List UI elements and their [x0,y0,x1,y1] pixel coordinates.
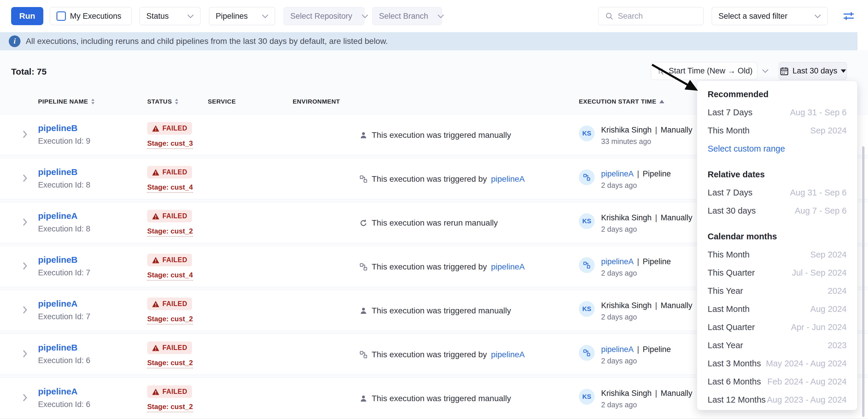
date-range-option[interactable]: This Month Sep 2024 [697,246,857,264]
failed-stage-link[interactable]: Stage: cust_2 [147,315,193,324]
header-pipeline-name[interactable]: PIPELINE NAME [38,98,95,105]
avatar: KS [579,301,595,317]
execution-id: Execution Id: 8 [38,224,90,233]
date-range-option[interactable]: Last 3 Months May 2024 - Aug 2024 [697,354,857,373]
date-range-option[interactable]: Last Year 2023 [697,336,857,354]
search-input[interactable] [618,12,697,21]
option-value: Aug 31 - Sep 6 [790,108,847,117]
pipeline-name-link[interactable]: pipelineA [38,299,78,309]
failed-stage-link[interactable]: Stage: cust_2 [147,402,193,412]
saved-filter-dropdown[interactable]: Select a saved filter [712,7,828,25]
sliders-icon [842,10,855,23]
trigger-description: This execution was triggered manually [372,306,511,315]
filter-settings-button[interactable] [841,8,856,24]
option-label: This Month [708,126,749,135]
starter-name[interactable]: pipelineA [601,169,633,178]
option-value: Jul - Sep 2024 [792,268,847,278]
trigger-description: This execution was triggered by [372,262,487,271]
menu-section: Calendar months This Month Sep 2024 This… [697,227,857,409]
expand-chevron-icon[interactable] [23,218,27,226]
starter-name[interactable]: Krishika Singh [601,126,652,134]
starter-line: pipelineA|Pipeline [601,345,671,354]
trigger-pipeline-link[interactable]: pipelineA [491,262,525,271]
header-status[interactable]: STATUS [147,98,179,105]
failed-stage-link[interactable]: Stage: cust_4 [147,183,193,193]
option-label: Select custom range [708,144,785,154]
pipeline-trigger-icon [360,263,368,271]
date-range-option[interactable]: Last 7 Days Aug 31 - Sep 6 [697,103,857,122]
date-range-option[interactable]: This Month Sep 2024 [697,122,857,139]
option-label: Last Month [708,304,749,314]
date-range-option[interactable]: Last 6 Months Feb 2024 - Aug 2024 [697,373,857,391]
option-value: Sep 2024 [810,250,847,260]
date-range-option[interactable]: Select custom range [697,139,857,158]
pipeline-name-link[interactable]: pipelineB [38,123,78,133]
avatar-initials: KS [582,305,591,313]
failed-stage-link[interactable]: Stage: cust_3 [147,139,193,149]
sort-dropdown[interactable]: Start Time (New → Old) [651,62,757,80]
repository-filter-dropdown[interactable]: Select Repository [284,7,364,25]
avatar-initials: KS [582,130,591,137]
starter-name[interactable]: pipelineA [601,257,633,266]
scrollbar[interactable] [862,146,865,417]
expand-chevron-icon[interactable] [23,350,27,358]
starter-name[interactable]: Krishika Singh [601,213,652,222]
failed-stage-link[interactable]: Stage: cust_2 [147,359,193,368]
option-label: Last 7 Days [708,108,752,117]
pipeline-name-link[interactable]: pipelineB [38,343,78,352]
total-count: Total: 75 [11,67,46,77]
warning-icon [152,125,159,132]
pipeline-name-link[interactable]: pipelineB [38,167,78,177]
calendar-icon [780,66,789,76]
date-range-button[interactable]: Last 30 days [779,62,847,80]
avatar-initials: KS [582,393,591,400]
trigger-pipeline-link[interactable]: pipelineA [491,350,525,359]
my-executions-filter[interactable]: My Executions [50,7,132,25]
branch-filter-dropdown[interactable]: Select Branch [372,7,442,25]
date-range-option[interactable]: Last 12 Months Aug 2023 - Aug 2024 [697,391,857,409]
trigger-description: This execution was triggered by [372,174,487,184]
starter-line: pipelineA|Pipeline [601,257,671,266]
pipeline-trigger-icon [360,175,368,183]
date-range-option[interactable]: Last 7 Days Aug 31 - Sep 6 [697,184,857,202]
status-label: FAILED [162,388,187,396]
expand-chevron-icon[interactable] [23,393,27,402]
expand-chevron-icon[interactable] [23,174,27,182]
search-field[interactable] [598,7,704,25]
warning-icon [152,388,159,395]
starter-name[interactable]: pipelineA [601,345,633,354]
header-execution-start-time[interactable]: EXECUTION START TIME [579,98,664,105]
date-range-option[interactable]: Last Quarter Apr - Jun 2024 [697,318,857,336]
date-range-option[interactable]: Last 30 days Aug 7 - Sep 6 [697,202,857,220]
chevron-down-icon [187,14,194,18]
starter-name[interactable]: Krishika Singh [601,389,652,398]
date-range-option[interactable]: This Year 2024 [697,282,857,300]
execution-id: Execution Id: 6 [38,400,90,409]
run-button[interactable]: Run [11,7,43,25]
user-icon [360,394,368,402]
status-badge: FAILED [147,385,192,398]
failed-stage-link[interactable]: Stage: cust_4 [147,271,193,281]
failed-stage-link[interactable]: Stage: cust_2 [147,227,193,237]
trigger-pipeline-link[interactable]: pipelineA [491,174,525,184]
date-range-option[interactable]: This Quarter Jul - Sep 2024 [697,264,857,282]
expand-chevron-icon[interactable] [23,130,27,138]
starter-name[interactable]: Krishika Singh [601,301,652,310]
warning-icon [152,257,159,264]
status-filter-dropdown[interactable]: Status [140,7,200,25]
time-ago: 2 days ago [601,225,692,233]
expand-chevron-icon[interactable] [23,306,27,314]
option-label: This Year [708,286,743,296]
pipelines-filter-dropdown[interactable]: Pipelines [209,7,275,25]
avatar: KS [579,126,595,141]
pipeline-name-link[interactable]: pipelineA [38,211,78,221]
pipeline-name-link[interactable]: pipelineB [38,255,78,264]
status-label: FAILED [162,212,187,220]
rerun-icon [360,219,368,227]
date-range-option[interactable]: Last Month Aug 2024 [697,300,857,318]
status-badge: FAILED [147,297,192,310]
expand-chevron-icon[interactable] [23,262,27,270]
option-value: May 2024 - Aug 2024 [766,359,847,368]
my-executions-checkbox[interactable] [57,11,66,21]
pipeline-name-link[interactable]: pipelineA [38,387,78,396]
